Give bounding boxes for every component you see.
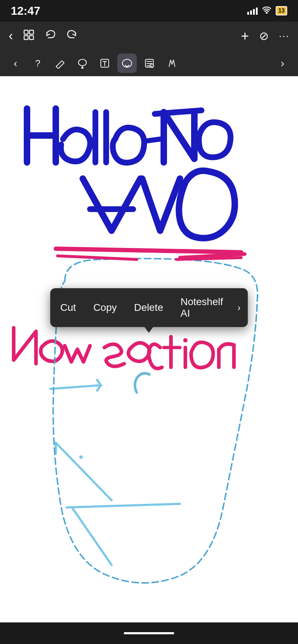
svg-rect-3 [24, 36, 28, 40]
svg-point-6 [78, 59, 86, 66]
lasso-tool-active-button[interactable] [117, 54, 137, 73]
svg-text:AI: AI [150, 65, 153, 68]
cut-menu-item[interactable]: Cut [52, 295, 85, 320]
back-button[interactable]: ‹ [9, 28, 13, 43]
notes-button[interactable]: AI [140, 54, 159, 73]
undo-button[interactable] [45, 29, 56, 43]
svg-point-8 [82, 67, 83, 69]
svg-point-0 [266, 13, 267, 14]
toolbar-right: + ⊘ ··· [241, 28, 289, 44]
context-menu: Cut Copy Delete Noteshelf AI › [50, 288, 248, 327]
wifi-icon [262, 6, 271, 16]
svg-rect-4 [30, 36, 33, 40]
signal-icon [247, 7, 258, 15]
noteshelf-ai-menu-item[interactable]: Noteshelf AI [172, 290, 231, 326]
copy-menu-item[interactable]: Copy [85, 295, 125, 320]
toolbar-left: ‹ [9, 28, 78, 43]
help-button[interactable]: ? [28, 54, 48, 73]
ai-button[interactable] [162, 54, 181, 73]
top-toolbar: ‹ + ⊘ ··· [0, 22, 298, 50]
more-button[interactable]: ··· [279, 30, 289, 42]
status-icons: 13 [247, 6, 287, 16]
svg-rect-2 [30, 30, 33, 34]
svg-rect-1 [24, 30, 28, 34]
delete-menu-item[interactable]: Delete [126, 295, 172, 320]
svg-point-18 [183, 338, 188, 342]
lasso-select-button[interactable] [73, 54, 92, 73]
bottom-bar [0, 622, 298, 644]
secondary-toolbar: ‹ ? AI [0, 50, 298, 76]
battery-icon: 13 [276, 6, 287, 15]
context-menu-more-button[interactable]: › [232, 296, 247, 320]
status-bar: 12:47 13 [0, 0, 298, 22]
status-time: 12:47 [11, 4, 40, 18]
text-tool-button[interactable] [95, 54, 114, 73]
home-indicator [124, 632, 174, 634]
clear-button[interactable]: ⊘ [259, 29, 269, 43]
menu-pointer [145, 327, 153, 333]
prev-tool-button[interactable]: ‹ [6, 54, 25, 73]
grid-button[interactable] [23, 29, 35, 43]
svg-point-19 [79, 455, 83, 459]
redo-button[interactable] [66, 29, 78, 43]
svg-line-5 [56, 66, 58, 69]
eraser-button[interactable] [50, 54, 70, 73]
add-button[interactable]: + [241, 28, 249, 44]
next-tool-button[interactable]: › [273, 54, 292, 73]
canvas-area[interactable]: Cut Copy Delete Noteshelf AI › [0, 76, 298, 622]
